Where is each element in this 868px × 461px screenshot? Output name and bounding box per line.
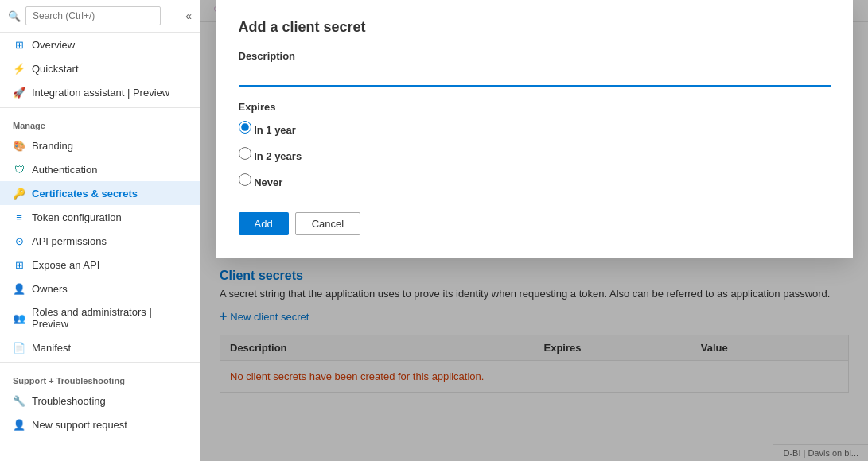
sidebar-item-owners[interactable]: 👤 Owners: [0, 277, 200, 300]
sidebar-item-api-permissions[interactable]: ⊙ API permissions: [0, 229, 200, 253]
expires-label: Expires: [239, 101, 831, 113]
radio-label-1year: In 1 year: [254, 124, 296, 136]
divider-support: [0, 362, 200, 363]
person-help-icon: 👤: [13, 418, 25, 431]
description-label: Description: [239, 50, 831, 62]
sidebar-item-troubleshooting[interactable]: 🔧 Troubleshooting: [0, 389, 200, 413]
sidebar-item-certificates[interactable]: 🔑 Certificates & secrets: [0, 181, 200, 205]
radio-input-2years[interactable]: [239, 147, 251, 160]
cancel-button[interactable]: Cancel: [295, 212, 360, 235]
paint-icon: 🎨: [13, 139, 25, 152]
sidebar-item-token[interactable]: ≡ Token configuration: [0, 205, 200, 229]
sidebar-item-quickstart[interactable]: ⚡ Quickstart: [0, 56, 200, 80]
rocket-icon: 🚀: [13, 86, 25, 99]
add-client-secret-dialog: Add a client secret Description Expires …: [216, 0, 853, 258]
collapse-button[interactable]: «: [185, 10, 192, 22]
radio-label-2years: In 2 years: [254, 150, 302, 162]
search-input[interactable]: [25, 6, 161, 25]
radio-2years[interactable]: In 2 years: [239, 147, 831, 162]
main-content: ♡ Got feedback? Add a client secret Desc…: [200, 0, 868, 461]
key-icon: 🔑: [13, 187, 25, 200]
doc-icon: 📄: [13, 341, 25, 354]
support-label: Support + Troubleshooting: [0, 366, 200, 389]
sidebar-item-manifest[interactable]: 📄 Manifest: [0, 335, 200, 359]
sidebar-item-integration-assistant[interactable]: 🚀 Integration assistant | Preview: [0, 80, 200, 104]
wrench-icon: 🔧: [13, 394, 25, 407]
bars-icon: ≡: [13, 211, 25, 223]
sidebar-item-roles[interactable]: 👥 Roles and administrators | Preview: [0, 300, 200, 335]
expires-radio-group: In 1 year In 2 years Never: [239, 121, 831, 193]
radio-never[interactable]: Never: [239, 173, 831, 188]
add-button[interactable]: Add: [239, 212, 289, 235]
grid-icon: ⊞: [13, 38, 25, 51]
divider-manage: [0, 107, 200, 108]
squares-icon: ⊞: [13, 258, 25, 271]
sidebar-item-new-support[interactable]: 👤 New support request: [0, 413, 200, 436]
dialog-overlay: Add a client secret Description Expires …: [200, 0, 868, 461]
search-bar: 🔍 «: [0, 0, 200, 33]
sidebar-item-expose-api[interactable]: ⊞ Expose an API: [0, 253, 200, 277]
sidebar-item-branding[interactable]: 🎨 Branding: [0, 134, 200, 157]
radio-label-never: Never: [254, 176, 282, 188]
sidebar-item-authentication[interactable]: 🛡 Authentication: [0, 157, 200, 181]
shield-icon: 🛡: [13, 163, 25, 176]
dialog-title: Add a client secret: [239, 19, 831, 36]
lightning-icon: ⚡: [13, 62, 25, 75]
dialog-actions: Add Cancel: [239, 212, 831, 235]
circle-dots-icon: ⊙: [13, 234, 25, 247]
radio-input-1year[interactable]: [239, 121, 251, 134]
manage-label: Manage: [0, 111, 200, 134]
description-input[interactable]: [239, 67, 831, 87]
sidebar-item-overview[interactable]: ⊞ Overview: [0, 33, 200, 56]
search-icon: 🔍: [8, 10, 21, 22]
radio-1year[interactable]: In 1 year: [239, 121, 831, 136]
sidebar: 🔍 « ⊞ Overview ⚡ Quickstart 🚀 Integratio…: [0, 0, 200, 461]
person-grid-icon: 👥: [13, 312, 25, 324]
radio-input-never[interactable]: [239, 173, 251, 186]
person-icon: 👤: [13, 282, 25, 295]
